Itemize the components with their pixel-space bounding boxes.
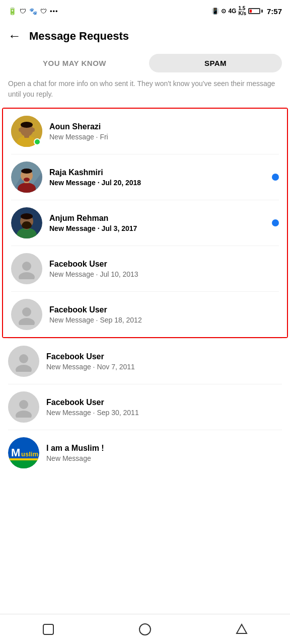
status-icons-right: 📳 ⊙ 4G 1.5K/s 7:57 — [211, 6, 282, 16]
tab-you-may-know[interactable]: YOU MAY KNOW — [8, 54, 141, 72]
svg-text:M: M — [11, 446, 20, 459]
contact-name-muslim: I am a Muslim ! — [46, 444, 282, 453]
clock: 7:57 — [267, 7, 282, 16]
message-item-fb1[interactable]: Facebook User New Message · Jul 10, 2013 — [3, 246, 287, 291]
message-preview-fb1: New Message · Jul 10, 2013 — [49, 270, 279, 278]
message-content-muslim: I am a Muslim ! New Message — [46, 444, 282, 462]
contact-name-anjum: Anjum Rehman — [49, 214, 279, 223]
contact-name-raja: Raja Kashmiri — [49, 168, 279, 177]
svg-text:uslim: uslim — [21, 450, 38, 458]
status-icons-left: 🔋 🛡 🐾 🛡 ••• — [8, 7, 58, 15]
avatar-muslim: M uslim — [8, 437, 39, 468]
svg-point-27 — [19, 400, 28, 409]
svg-point-21 — [22, 262, 31, 271]
info-description: Open a chat for more info on who sent it… — [0, 78, 290, 108]
avatar-wrap-raja — [11, 162, 42, 193]
avatar-wrap-fb1 — [11, 253, 42, 284]
message-item-aoun[interactable]: Aoun Sherazi New Message · Fri — [3, 109, 287, 154]
svg-point-4 — [21, 122, 33, 128]
svg-point-35 — [139, 624, 151, 635]
message-content-aoun: Aoun Sherazi New Message · Fri — [49, 122, 279, 141]
avatar-wrap-aoun — [11, 116, 42, 147]
svg-rect-34 — [43, 624, 53, 634]
page-title: Message Requests — [29, 30, 129, 43]
svg-point-28 — [16, 411, 32, 418]
speed-icon: 1.5K/s — [238, 6, 246, 16]
vibrate-icon: 📳 — [211, 8, 219, 15]
nav-back-button[interactable] — [137, 622, 153, 637]
status-bar: 🔋 🛡 🐾 🛡 ••• 📳 ⊙ 4G 1.5K/s 7:57 — [0, 0, 290, 22]
avatar-wrap-muslim: M uslim — [8, 437, 39, 468]
page-header: ← Message Requests — [0, 22, 290, 50]
avatar-wrap-fb3 — [8, 346, 39, 377]
tab-spam[interactable]: SPAM — [149, 54, 282, 72]
message-preview-muslim: New Message — [46, 454, 282, 462]
svg-point-6 — [32, 128, 35, 132]
online-indicator-aoun — [34, 138, 41, 145]
message-preview-fb3: New Message · Nov 7, 2011 — [46, 363, 282, 371]
message-preview-anjum: New Message · Jul 3, 2017 — [49, 224, 279, 232]
message-preview-raja: New Message · Jul 20, 2018 — [49, 179, 279, 187]
message-content-fb3: Facebook User New Message · Nov 7, 2011 — [46, 352, 282, 371]
avatar-wrap-fb4 — [8, 391, 39, 423]
svg-point-12 — [21, 169, 32, 174]
message-content-anjum: Anjum Rehman New Message · Jul 3, 2017 — [49, 214, 279, 232]
svg-point-25 — [19, 354, 28, 363]
avatar-wrap-fb2 — [11, 299, 42, 330]
svg-point-13 — [24, 178, 30, 182]
contact-name-fb1: Facebook User — [49, 260, 279, 269]
paw-icon: 🐾 — [29, 8, 37, 15]
avatar-fb3 — [8, 346, 39, 377]
message-preview-fb2: New Message · Sep 18, 2012 — [49, 316, 279, 324]
avatar-anjum — [11, 207, 42, 238]
svg-marker-36 — [237, 624, 247, 633]
avatar-fb1 — [11, 253, 42, 284]
hotspot-icon: ⊙ — [221, 8, 226, 15]
tab-bar: YOU MAY KNOW SPAM — [0, 50, 290, 78]
svg-point-20 — [21, 213, 33, 219]
message-preview-fb4: New Message · Sep 30, 2011 — [46, 409, 282, 417]
unread-dot-anjum — [272, 219, 279, 226]
contact-name-aoun: Aoun Sherazi — [49, 122, 279, 131]
more-icon: ••• — [50, 8, 58, 15]
avatar-fb4 — [8, 391, 39, 423]
navigation-bar — [0, 614, 290, 644]
svg-point-24 — [19, 318, 35, 325]
shield-icon: 🛡 — [20, 8, 26, 15]
message-content-fb1: Facebook User New Message · Jul 10, 2013 — [49, 260, 279, 278]
message-item-anjum[interactable]: Anjum Rehman New Message · Jul 3, 2017 — [3, 200, 287, 246]
signal-icon: 4G — [228, 8, 236, 15]
message-item-raja[interactable]: Raja Kashmiri New Message · Jul 20, 2018 — [3, 154, 287, 200]
message-item-fb3[interactable]: Facebook User New Message · Nov 7, 2011 — [0, 339, 290, 384]
message-content-fb4: Facebook User New Message · Sep 30, 2011 — [46, 398, 282, 417]
battery-indicator — [248, 8, 263, 14]
back-button[interactable]: ← — [8, 28, 21, 44]
svg-point-23 — [22, 307, 31, 316]
nav-home-button[interactable] — [41, 622, 56, 637]
sim-icon: 🔋 — [8, 7, 17, 15]
contact-name-fb4: Facebook User — [46, 398, 282, 407]
contact-name-fb3: Facebook User — [46, 352, 282, 361]
message-item-fb4[interactable]: Facebook User New Message · Sep 30, 2011 — [0, 384, 290, 430]
avatar-fb2 — [11, 299, 42, 330]
message-item-fb2[interactable]: Facebook User New Message · Sep 18, 2012 — [3, 292, 287, 337]
unread-dot-raja — [272, 174, 279, 181]
svg-point-19 — [23, 221, 30, 224]
message-preview-aoun: New Message · Fri — [49, 133, 279, 141]
svg-point-5 — [19, 128, 22, 132]
message-item-muslim[interactable]: M uslim I am a Muslim ! New Message — [0, 430, 290, 475]
avatar-wrap-anjum — [11, 207, 42, 238]
contact-name-fb2: Facebook User — [49, 305, 279, 314]
svg-point-22 — [19, 272, 35, 279]
privacy-icon: 🛡 — [40, 8, 47, 15]
message-content-raja: Raja Kashmiri New Message · Jul 20, 2018 — [49, 168, 279, 187]
avatar-raja — [11, 162, 42, 193]
nav-recent-button[interactable] — [234, 622, 249, 637]
message-content-fb2: Facebook User New Message · Sep 18, 2012 — [49, 305, 279, 324]
svg-point-26 — [16, 365, 32, 372]
highlighted-messages-section: Aoun Sherazi New Message · Fri — [2, 108, 288, 338]
